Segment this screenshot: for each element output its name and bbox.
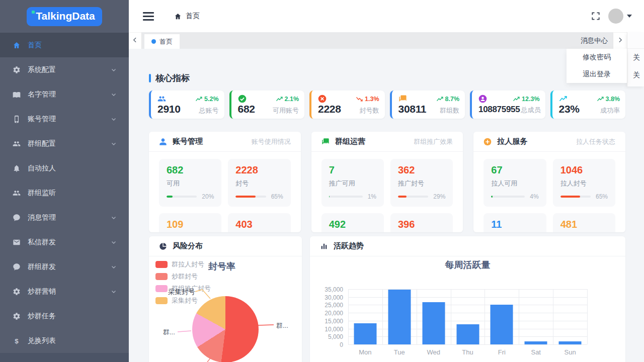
bubble-icon: [13, 263, 21, 271]
trend-value: 8.7%: [445, 96, 460, 103]
stat-label: 群组数: [439, 106, 459, 115]
plus-circle-icon: [484, 138, 492, 146]
legend-item[interactable]: 炒群封号: [155, 273, 211, 280]
bar-chart-icon: [320, 242, 328, 250]
sidebar-item-group-monitor[interactable]: 群组监听: [0, 180, 129, 205]
tabs-scroll-left-button[interactable]: [129, 32, 142, 49]
home-icon: [174, 13, 182, 20]
sidebar-item-auto-invite[interactable]: 自动拉人: [0, 156, 129, 180]
metric-label: 推广封号: [398, 179, 445, 188]
legend-item[interactable]: 采集封号: [155, 297, 211, 304]
sidebar-item-system-config[interactable]: 系统配置: [0, 57, 129, 82]
tab-label: 首页: [159, 37, 173, 46]
stat-cards-row: 5.2%2910总账号2.1%682可用账号1.3%2228封号数8.7%308…: [149, 90, 625, 119]
home-icon: [13, 41, 21, 49]
sidebar-item-home[interactable]: 首页: [0, 33, 129, 57]
stat-label: 封号数: [359, 106, 379, 115]
panel-3: 拉人服务拉人任务状态67拉人可用4%1046拉人封号65%11已养号481未养号: [473, 132, 625, 232]
stat-value: 682: [238, 103, 255, 115]
stat-value: 30811: [398, 103, 427, 115]
hamburger-menu-icon[interactable]: [143, 12, 154, 21]
trend-indicator: 12.3%: [513, 96, 539, 103]
charts-row: 风险分布 封号率 群拉人封号炒群封号群组推广封号采集封号 采集封号: [149, 236, 625, 362]
caret-down-icon[interactable]: [627, 15, 632, 18]
sidebar-item-exchange-list[interactable]: $兑换列表: [0, 328, 129, 353]
metric-progress-label: 65%: [271, 193, 283, 200]
metric-value: 492: [329, 219, 376, 230]
sidebar-item-label: 系统配置: [28, 65, 56, 74]
sidebar-item-group-config[interactable]: 群组配置: [0, 131, 129, 156]
metric-value: 7: [329, 164, 376, 176]
sidebar-item-chat-task[interactable]: 炒群任务: [0, 304, 129, 328]
x-axis-label: Fri: [485, 348, 519, 356]
sidebar-item-message-manage[interactable]: 消息管理: [0, 205, 129, 230]
bar-column: [485, 289, 519, 344]
tabs-scroll-right-button[interactable]: [613, 32, 627, 49]
sidebar-item-clipped: [0, 353, 129, 362]
section-title-bar: [149, 74, 151, 82]
context-menu-item-2[interactable]: 关: [627, 66, 644, 84]
metric-value: 109: [167, 219, 214, 230]
stat-value: 108875955: [478, 105, 520, 115]
y-axis-tick-label: 30,000: [313, 294, 343, 301]
sidebar-item-dm-broadcast[interactable]: 私信群发: [0, 230, 129, 254]
legend-item[interactable]: 群拉人封号: [155, 260, 211, 268]
y-axis-tick-label: 10,000: [313, 326, 343, 333]
breadcrumb-label: 首页: [186, 12, 200, 21]
svg-text:$: $: [15, 337, 19, 344]
sidebar-item-chat-marketing[interactable]: 炒群营销: [0, 279, 129, 304]
chevron-down-icon: [111, 92, 117, 98]
stat-card-5: 12.3%108875955总成员: [470, 90, 545, 119]
y-axis-tick-label: 35,000: [313, 286, 343, 293]
trend-icon: [559, 95, 568, 103]
risk-distribution-panel: 风险分布 封号率 群拉人封号炒群封号群组推广封号采集封号 采集封号: [149, 236, 302, 362]
metric-value: 682: [167, 164, 214, 176]
sidebar-item-label: 账号管理: [28, 115, 56, 124]
tab-home[interactable]: 首页: [144, 34, 180, 49]
metric-value: 1046: [560, 164, 608, 176]
sidebar-item-label: 兑换列表: [28, 336, 56, 345]
sidebar-item-label: 首页: [28, 41, 42, 50]
comments-icon: [321, 138, 330, 146]
avatar[interactable]: [608, 9, 623, 24]
section-title: 核心指标: [149, 74, 625, 82]
panel-title: 账号管理: [173, 137, 203, 146]
gear-icon: [13, 66, 21, 74]
panel-metrics: 7推广可用1%362推广封号29%492炒群可用396炒群封号: [311, 152, 463, 232]
x-circle-icon: [318, 95, 327, 103]
book-icon: [13, 90, 21, 99]
y-axis-tick-label: 0: [313, 341, 343, 348]
trend-up-icon: [597, 96, 604, 102]
user-menu-item-logout[interactable]: 退出登录: [567, 66, 627, 83]
context-menu-item-1[interactable]: 关: [627, 49, 644, 66]
breadcrumb[interactable]: 首页: [174, 12, 200, 21]
panel-header: 拉人服务拉人任务状态: [473, 132, 625, 152]
panel-1: 账号管理账号使用情况682可用20%2228封号65%109采集可用403采集封…: [149, 132, 301, 232]
pie-callout-left: 群...: [163, 328, 175, 337]
talkingdata-logo: TalkingData: [27, 7, 102, 26]
logo-text: TalkingData: [36, 10, 95, 22]
metric-card: 396炒群封号: [390, 213, 453, 232]
bar-column: [417, 289, 451, 344]
person-icon: [159, 138, 167, 146]
stat-card-6: 3.8%23%成功率: [550, 90, 626, 119]
legend-swatch: [155, 261, 168, 268]
gridline: [348, 344, 587, 345]
legend-label: 群拉人封号: [172, 260, 204, 269]
metric-card: 481未养号: [553, 213, 615, 232]
stat-card-2: 2.1%682可用账号: [229, 90, 305, 119]
sidebar-item-group-broadcast[interactable]: 群组群发: [0, 254, 129, 279]
metric-progress-label: 4%: [530, 193, 538, 200]
metric-progress: 20%: [167, 193, 214, 200]
trend-indicator: 3.8%: [597, 96, 620, 103]
user-menu-item-change-password[interactable]: 修改密码: [567, 49, 627, 66]
fullscreen-icon[interactable]: [591, 11, 601, 21]
metric-value: 11: [491, 219, 538, 230]
metric-progress: 65%: [560, 193, 608, 200]
chevron-down-icon: [111, 141, 117, 147]
bar-chart-x-labels: MonTueWedThuFriSatSun: [348, 348, 587, 356]
sidebar-item-label: 群组监听: [28, 189, 56, 198]
sidebar-item-account-manage[interactable]: 账号管理: [0, 107, 129, 131]
sidebar-item-name-manage[interactable]: 名字管理: [0, 82, 129, 107]
user-menu-item-message-center[interactable]: 消息中心: [581, 32, 608, 49]
